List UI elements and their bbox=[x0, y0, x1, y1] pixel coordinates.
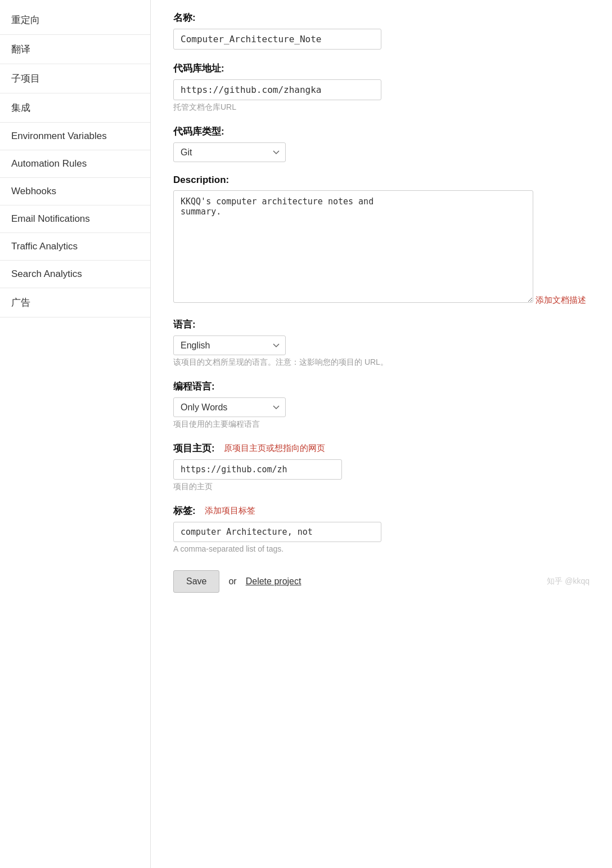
add-description-link[interactable]: 添加文档描述 bbox=[536, 295, 586, 306]
sidebar-item-automation-rules[interactable]: Automation Rules bbox=[0, 150, 150, 178]
repo-url-input[interactable] bbox=[173, 79, 381, 100]
sidebar: 重定向 翻译 子项目 集成 Environment Variables Auto… bbox=[0, 0, 151, 868]
homepage-label-row: 项目主页: 原项目主页或想指向的网页 bbox=[173, 442, 590, 455]
main-content: 名称: 代码库地址: 托管文档仓库URL 代码库类型: Git Mercuria… bbox=[151, 0, 612, 868]
sidebar-item-env-variables[interactable]: Environment Variables bbox=[0, 123, 150, 150]
repo-type-label: 代码库类型: bbox=[173, 125, 590, 138]
repo-url-label: 代码库地址: bbox=[173, 62, 590, 75]
repo-url-group: 代码库地址: 托管文档仓库URL bbox=[173, 62, 590, 113]
sidebar-item-redirect[interactable]: 重定向 bbox=[0, 6, 150, 35]
programming-language-group: 编程语言: Only Words Python JavaScript Java … bbox=[173, 380, 590, 429]
sidebar-item-translate[interactable]: 翻译 bbox=[0, 35, 150, 64]
homepage-input[interactable] bbox=[173, 459, 342, 480]
homepage-sublabel: 项目的主页 bbox=[173, 482, 590, 492]
sidebar-item-ads[interactable]: 广告 bbox=[0, 288, 150, 317]
repo-url-hint: 托管文档仓库URL bbox=[173, 102, 590, 113]
name-group: 名称: bbox=[173, 11, 590, 50]
tags-hint-link[interactable]: 添加项目标签 bbox=[205, 505, 255, 516]
repo-type-select[interactable]: Git Mercurial Subversion bbox=[173, 142, 286, 162]
description-group: Description: KKQQ's computer architectur… bbox=[173, 175, 590, 306]
sidebar-item-traffic-analytics[interactable]: Traffic Analytics bbox=[0, 233, 150, 261]
tags-label: 标签: bbox=[173, 504, 196, 517]
homepage-group: 项目主页: 原项目主页或想指向的网页 项目的主页 bbox=[173, 442, 590, 492]
tags-group: 标签: 添加项目标签 A comma-separated list of tag… bbox=[173, 504, 590, 553]
name-input[interactable] bbox=[173, 29, 381, 50]
sidebar-item-email-notifications[interactable]: Email Notifications bbox=[0, 205, 150, 233]
watermark: 知乎 @kkqq bbox=[547, 576, 590, 587]
programming-language-select[interactable]: Only Words Python JavaScript Java C++ bbox=[173, 397, 286, 417]
description-textarea[interactable]: KKQQ's computer architecture notes and s… bbox=[173, 190, 533, 303]
tags-input[interactable] bbox=[173, 522, 381, 542]
name-label: 名称: bbox=[173, 11, 590, 24]
sidebar-item-subproject[interactable]: 子项目 bbox=[0, 64, 150, 93]
homepage-label: 项目主页: bbox=[173, 442, 215, 455]
tags-sublabel: A comma-separated list of tags. bbox=[173, 544, 590, 553]
delete-project-button[interactable]: Delete project bbox=[246, 576, 302, 587]
language-hint: 该项目的文档所呈现的语言。注意：这影响您的项目的 URL。 bbox=[173, 357, 590, 368]
repo-type-group: 代码库类型: Git Mercurial Subversion bbox=[173, 125, 590, 162]
sidebar-item-search-analytics[interactable]: Search Analytics bbox=[0, 261, 150, 288]
programming-language-label: 编程语言: bbox=[173, 380, 590, 393]
save-button[interactable]: Save bbox=[173, 570, 219, 593]
action-row: Save or Delete project 知乎 @kkqq bbox=[173, 570, 590, 593]
language-select[interactable]: English Chinese Japanese French bbox=[173, 335, 286, 355]
tags-label-row: 标签: 添加项目标签 bbox=[173, 504, 590, 517]
sidebar-item-webhooks[interactable]: Webhooks bbox=[0, 178, 150, 205]
or-text: or bbox=[228, 576, 236, 587]
homepage-hint-link[interactable]: 原项目主页或想指向的网页 bbox=[224, 443, 325, 454]
sidebar-item-integration[interactable]: 集成 bbox=[0, 93, 150, 123]
description-label: Description: bbox=[173, 175, 590, 186]
programming-language-hint: 项目使用的主要编程语言 bbox=[173, 419, 590, 429]
language-label: 语言: bbox=[173, 318, 590, 331]
language-group: 语言: English Chinese Japanese French 该项目的… bbox=[173, 318, 590, 368]
